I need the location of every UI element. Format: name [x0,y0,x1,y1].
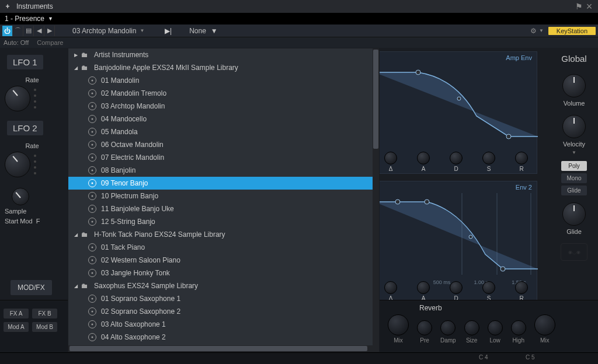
tree-item-label: 01 Soprano Saxophone 1 [101,295,180,303]
reverb-mix-knob[interactable] [388,314,409,335]
global-panel: Global Volume Velocity ▼ Poly Mono Glide… [550,48,598,299]
tree-preset-item[interactable]: 04 Alto Saxophone 2 [68,331,379,344]
env2-release-knob[interactable] [515,281,528,294]
scrollbar-thumb[interactable] [373,50,378,149]
sample-start-knob[interactable] [12,188,29,205]
reverb-high-knob[interactable] [511,320,526,335]
window-title: Instruments [16,2,573,10]
tree-item-label: 10 Plectrum Banjo [101,192,158,200]
env-delta-knob[interactable] [384,152,397,164]
preset-icon [88,307,96,316]
automation-toggle[interactable]: Auto: Off [4,39,29,46]
skip-button[interactable]: ▶| [165,27,172,35]
env2-decay-knob[interactable] [450,281,463,294]
tree-preset-item[interactable]: 06 Octave Mandolin [68,138,379,151]
fxa-button[interactable]: FX A [4,309,29,318]
tree-arrow-icon: ◢ [74,65,81,71]
tree-folder[interactable]: ◢🖿Banjodoline Apple EXS24 MkII Sample Li… [68,61,379,74]
compare-button[interactable]: Compare [37,39,63,46]
keyboard-ruler[interactable]: C 4 C 5 [0,352,598,364]
preset-browser-dropdown: ▶🖿Artist Instruments◢🖿Banjodoline Apple … [68,48,380,352]
prev-preset-button[interactable]: ◀ [34,26,44,36]
env2-delta-knob[interactable] [384,281,397,294]
tree-arrow-icon: ◢ [74,284,81,289]
gear-icon[interactable]: ⚙ [530,27,537,35]
lfo1-rate-knob[interactable] [5,86,30,111]
glide-knob[interactable] [562,202,586,226]
lfo2-shape-dots[interactable] [34,155,36,174]
modfx-tab[interactable]: MOD/FX [11,280,52,295]
env-sustain-knob[interactable] [482,152,495,164]
tree-folder-label: Banjodoline Apple EXS24 MkII Sample Libr… [94,64,238,72]
reverb-title: Reverb [419,304,580,312]
tree-preset-item[interactable]: 07 Electric Mandolin [68,151,379,164]
plugin-toolbar: ⏻ ⌒ ▤ ◀ ▶ 03 Archtop Mandolin ▼ ▶| None … [0,24,598,37]
scrollbar-thumb[interactable] [69,346,367,351]
poly-button[interactable]: Poly [561,161,587,171]
glide-button[interactable]: Glide [561,186,587,195]
midi-device-badge[interactable]: KeyStation [548,27,596,35]
preset-name: 03 Archtop Mandolin [72,27,136,35]
lfo1-shape-dots[interactable] [34,89,36,108]
page-icon[interactable]: ▤ [23,26,34,36]
env2-sustain-knob[interactable] [482,281,495,294]
moda-button[interactable]: Mod A [4,322,29,332]
tree-preset-item[interactable]: 08 Banjolin [68,164,379,177]
tree-folder[interactable]: ◢🖿H-Tonk Tack Piano EXS24 Sample Library [68,228,379,241]
horizontal-scrollbar[interactable] [68,345,379,352]
mono-button[interactable]: Mono [561,173,587,183]
tree-preset-item[interactable]: 03 Jangle Honky Tonk [68,267,379,279]
svg-point-10 [500,267,505,271]
reverb-outmix-knob[interactable] [534,314,555,335]
track-selector[interactable]: 1 - Presence ▼ [0,13,598,24]
close-icon[interactable]: × [584,2,594,10]
lfo2-rate-knob[interactable] [5,152,30,177]
tree-item-label: 08 Banjolin [101,166,135,174]
power-button[interactable]: ⏻ [2,26,13,36]
env-release-knob[interactable] [515,152,528,164]
reverb-damp-knob[interactable] [440,320,456,335]
reverb-size-knob[interactable] [464,320,479,335]
add-instrument-button[interactable]: + [4,2,12,10]
tree-preset-item[interactable]: 01 Mandolin [68,74,379,87]
preset-icon [88,102,96,110]
tree-preset-item[interactable]: 01 Soprano Saxophone 1 [68,292,379,305]
amp-env-curve[interactable] [374,64,538,145]
preset-icon [88,269,96,277]
reverb-low-knob[interactable] [488,320,503,335]
env2-knobs: Δ A D S R [374,279,538,303]
lock-icon[interactable]: ⌒ [13,26,23,36]
tree-preset-item[interactable]: 10 Plectrum Banjo [68,190,379,202]
tree-preset-item[interactable]: 02 Soprano Saxophone 2 [68,305,379,318]
next-preset-button[interactable]: ▶ [44,26,55,36]
env2-attack-knob[interactable] [417,281,430,294]
lfo1-header: LFO 1 [7,55,43,69]
env-attack-knob[interactable] [417,152,430,164]
tree-preset-item[interactable]: 01 Tack Piano [68,241,379,254]
reverb-pre-knob[interactable] [417,320,432,335]
env-decay-knob[interactable] [450,152,463,164]
folder-icon: 🖿 [81,282,91,290]
tree-preset-item[interactable]: 11 Banjolele Banjo Uke [68,202,379,215]
tree-preset-item[interactable]: 02 Western Saloon Piano [68,254,379,267]
vertical-scrollbar[interactable] [373,48,379,346]
tree-preset-item[interactable]: 02 Mandolin Tremolo [68,87,379,100]
secondary-dropdown[interactable]: None ▼ [189,27,230,35]
fxb-button[interactable]: FX B [32,309,57,318]
tree-preset-item[interactable]: 03 Alto Saxophone 1 [68,318,379,331]
tree-folder[interactable]: ◢🖿Saxophus EXS24 Sample Library [68,279,379,292]
tree-preset-item[interactable]: 09 Tenor Banjo [68,177,379,190]
velocity-knob[interactable] [562,115,586,138]
preset-dropdown[interactable]: 03 Archtop Mandolin ▼ [72,27,154,35]
modb-button[interactable]: Mod B [32,322,57,332]
tree-preset-item[interactable]: 04 Mandocello [68,113,379,125]
tree-preset-item[interactable]: 03 Archtop Mandolin [68,100,379,113]
env2-curve[interactable] [374,193,538,275]
tree-preset-item[interactable]: 05 Mandola [68,125,379,138]
pin-icon[interactable]: ⚑ [573,2,584,11]
tree-folder[interactable]: ▶🖿Artist Instruments [68,48,379,61]
tree-item-label: 06 Octave Mandolin [101,141,164,149]
volume-knob[interactable] [562,74,586,97]
tree-preset-item[interactable]: 12 5-String Banjo [68,215,379,228]
preset-icon [88,243,96,251]
